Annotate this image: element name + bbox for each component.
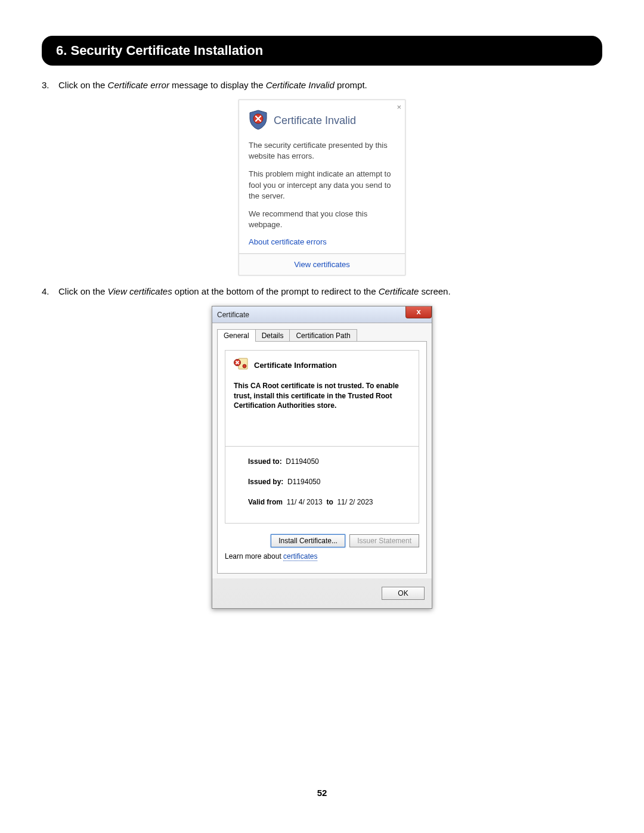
dialog-title: Certificate <box>217 311 249 319</box>
valid-to-label: to <box>326 498 333 506</box>
step-text: Click on the <box>58 80 108 90</box>
step-number: 4. <box>42 286 49 296</box>
certificate-dialog: Certificate x General Details Certificat… <box>212 306 432 609</box>
step-text: message to display the <box>169 80 266 90</box>
about-cert-errors-link[interactable]: About certificate errors <box>239 234 405 253</box>
learn-more-text: Learn more about <box>225 552 283 561</box>
tab-certification-path[interactable]: Certification Path <box>289 329 357 342</box>
instruction-step-3: 3. Click on the Certificate error messag… <box>42 80 602 90</box>
valid-from-label: Valid from <box>248 498 283 506</box>
step-em: Certificate error <box>108 80 169 90</box>
issuer-statement-button[interactable]: Issuer Statement <box>349 534 419 547</box>
issued-to-value: D1194050 <box>286 457 318 466</box>
step-text: screen. <box>419 286 450 296</box>
step-em: View certificates <box>108 286 172 296</box>
svg-point-2 <box>243 364 246 368</box>
certificate-info-heading: Certificate Information <box>254 361 337 370</box>
issued-by-label: Issued by: <box>248 478 283 486</box>
step-text: option at the bottom of the prompt to re… <box>172 286 379 296</box>
valid-from-row: Valid from 11/ 4/ 2013 to 11/ 2/ 2023 <box>248 498 410 506</box>
instruction-step-4: 4. Click on the View certificates option… <box>42 286 602 296</box>
valid-to-value: 11/ 2/ 2023 <box>337 498 373 506</box>
issued-to-row: Issued to: D1194050 <box>248 457 410 466</box>
tab-details[interactable]: Details <box>255 329 290 342</box>
install-certificate-button[interactable]: Install Certificate... <box>271 534 345 547</box>
section-header: 6. Security Certificate Installation <box>42 36 602 66</box>
certificates-link[interactable]: certificates <box>283 552 317 561</box>
valid-from-value: 11/ 4/ 2013 <box>287 498 323 506</box>
learn-more-line: Learn more about certificates <box>225 552 419 561</box>
certificate-trust-message: This CA Root certificate is not trusted.… <box>234 381 410 410</box>
tab-general[interactable]: General <box>217 329 256 342</box>
issued-by-row: Issued by: D1194050 <box>248 478 410 486</box>
popup-paragraph: This problem might indicate an attempt t… <box>239 165 405 205</box>
step-em: Certificate Invalid <box>266 80 335 90</box>
close-icon[interactable]: × <box>397 103 401 112</box>
popup-paragraph: The security certificate presented by th… <box>239 137 405 165</box>
dialog-titlebar: Certificate x <box>212 306 432 323</box>
step-text: Click on the <box>58 286 108 296</box>
issued-to-label: Issued to: <box>248 457 282 466</box>
certificate-invalid-popup: × Certificate Invalid The security certi… <box>239 100 405 275</box>
shield-error-icon <box>249 110 274 132</box>
popup-title: Certificate Invalid <box>274 114 356 127</box>
tab-strip: General Details Certification Path <box>217 329 427 342</box>
popup-paragraph: We recommend that you close this webpage… <box>239 205 405 234</box>
issued-by-value: D1194050 <box>287 478 320 486</box>
step-number: 3. <box>42 80 49 90</box>
certificate-badge-icon <box>234 358 254 373</box>
tab-panel-general: Certificate Information This CA Root cer… <box>217 341 427 574</box>
ok-button[interactable]: OK <box>382 587 425 600</box>
step-em: Certificate <box>379 286 419 296</box>
view-certificates-link[interactable]: View certificates <box>239 253 405 275</box>
step-text: prompt. <box>335 80 367 90</box>
page-number: 52 <box>42 788 602 798</box>
close-button[interactable]: x <box>405 306 432 318</box>
